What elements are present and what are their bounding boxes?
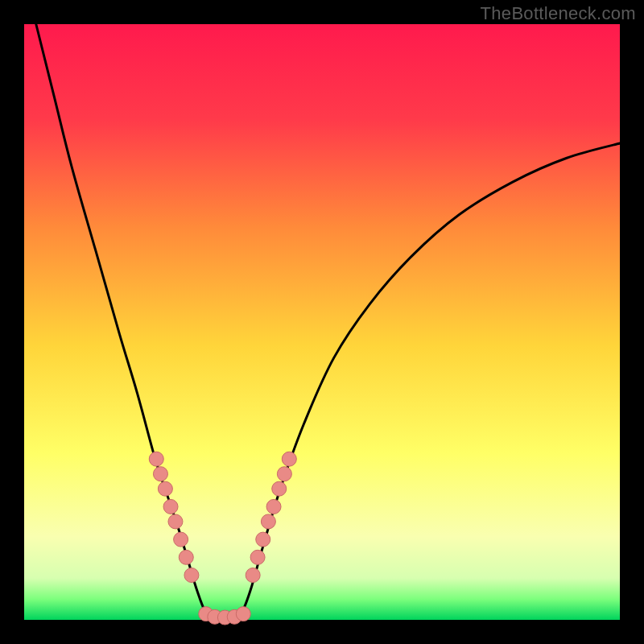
curve-marker	[163, 499, 178, 514]
curve-marker	[158, 481, 172, 496]
curve-marker	[266, 499, 281, 514]
curve-marker	[277, 467, 291, 481]
curve-marker	[179, 550, 193, 564]
curve-marker	[261, 514, 275, 529]
curve-marker	[246, 568, 260, 583]
bottleneck-chart	[0, 0, 644, 644]
curve-marker	[174, 532, 188, 547]
curve-marker	[184, 568, 199, 583]
plot-background	[24, 24, 620, 620]
curve-marker	[153, 467, 167, 481]
watermark-text: TheBottleneck.com	[481, 3, 636, 24]
curve-marker	[256, 532, 270, 547]
curve-marker	[272, 481, 287, 496]
curve-marker	[282, 452, 296, 466]
curve-marker	[168, 514, 183, 529]
curve-marker	[236, 607, 250, 621]
curve-marker	[149, 452, 163, 466]
chart-stage: TheBottleneck.com	[0, 0, 644, 644]
curve-marker	[250, 550, 265, 564]
